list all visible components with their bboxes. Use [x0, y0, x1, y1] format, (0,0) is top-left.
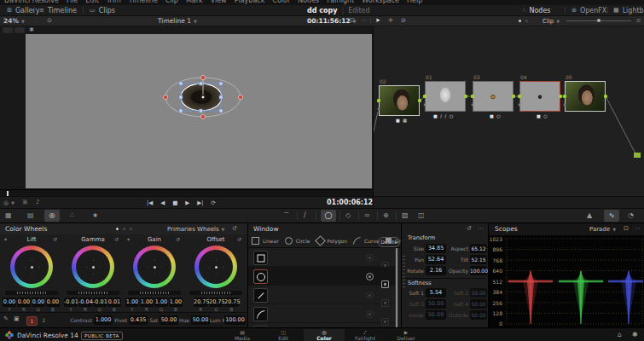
circle-tool-label[interactable]: Circle: [296, 238, 310, 244]
viewer-option-button[interactable]: [15, 27, 25, 33]
node-zoom-slider-handle[interactable]: [597, 19, 600, 22]
still-grab-icon[interactable]: ▣: [22, 199, 28, 205]
play-button[interactable]: ▶: [185, 199, 189, 206]
node-02-thumbnail[interactable]: [379, 85, 420, 116]
pivot-value[interactable]: 0.435: [129, 315, 148, 325]
openfx-panel-button[interactable]: ⊛ OpenFX: [571, 5, 606, 15]
lift-y-value[interactable]: 0.00: [3, 298, 16, 307]
lift-r-value[interactable]: 0.00: [17, 298, 31, 307]
window-row-polygon[interactable]: [248, 286, 395, 304]
gain-r-value[interactable]: 1.00: [140, 298, 154, 307]
gain-g-value[interactable]: 1.00: [154, 298, 168, 307]
node-zoom-reset-icon[interactable]: ⊙: [636, 17, 641, 23]
pencil-icon[interactable]: ✎: [3, 315, 9, 322]
viewer-timecode-select[interactable]: 00:11:56:12 ▼: [307, 16, 357, 26]
viewer-scrub-bar[interactable]: [0, 189, 373, 196]
soft3-value[interactable]: 50.00: [426, 299, 446, 309]
wheels-tab-2[interactable]: 2: [39, 316, 49, 324]
gamma-y-value[interactable]: -0.01: [64, 298, 78, 307]
power-window-overlay[interactable]: [26, 34, 372, 188]
tab-deliver[interactable]: ▶ Deliver: [386, 329, 426, 341]
viewer-option-button[interactable]: [3, 27, 13, 33]
soft2-value[interactable]: 50.00: [470, 288, 487, 298]
gain-master-wheel[interactable]: [128, 291, 181, 295]
gamma-master-wheel[interactable]: [67, 291, 119, 295]
window-active-indicator[interactable]: [366, 273, 374, 280]
timeline-button[interactable]: ≡ Timeline: [39, 5, 77, 15]
gain-reset-icon[interactable]: ↺: [176, 236, 180, 242]
soft1-value[interactable]: 5.54: [426, 288, 446, 298]
skip-start-button[interactable]: |◀: [147, 199, 153, 206]
window-row-curve[interactable]: [248, 304, 395, 323]
inside-value[interactable]: 50.00: [426, 310, 446, 320]
hue-value[interactable]: 50.00: [191, 315, 210, 325]
window-palette-icon[interactable]: ◯: [321, 210, 336, 222]
data-levels-icon[interactable]: ▲: [587, 211, 592, 219]
scope-more-icon[interactable]: ⋯: [635, 225, 641, 232]
gamma-wheel[interactable]: [72, 246, 114, 288]
menu-nodes[interactable]: Nodes: [298, 0, 319, 4]
rgb-mixer-palette-icon[interactable]: ∴: [70, 211, 74, 219]
lum-mix-value[interactable]: 100.00: [224, 315, 246, 325]
window-active-indicator[interactable]: [366, 254, 374, 262]
offset-wheel[interactable]: [194, 246, 237, 288]
color-wheels-palette-icon[interactable]: ◎: [44, 210, 60, 222]
viewer-mode-button[interactable]: ◎ ▼: [3, 197, 15, 208]
key-palette-icon[interactable]: ⊕: [383, 211, 389, 219]
lift-g-value[interactable]: 0.00: [32, 298, 45, 307]
wheels-page-dot-active[interactable]: [116, 228, 119, 230]
menu-timeline[interactable]: Timeline: [129, 0, 158, 4]
grab-tool-icon[interactable]: ✛: [388, 17, 393, 24]
more-options-icon[interactable]: ⋯: [361, 17, 367, 24]
auto-mode-icon[interactable]: ▣: [14, 315, 20, 322]
window-active-indicator[interactable]: [366, 310, 374, 318]
scope-expand-icon[interactable]: ⊡: [624, 225, 629, 232]
wheels-page-dot[interactable]: [123, 228, 125, 230]
gamma-b-value[interactable]: 0.01: [107, 298, 121, 307]
tab-color-active[interactable]: ◎ Color: [304, 329, 345, 341]
lift-wheel[interactable]: [10, 246, 53, 288]
rotate-value[interactable]: 2.16: [426, 266, 446, 275]
scope-mode-select[interactable]: Parade ▼: [589, 223, 616, 234]
lightbox-panel-button[interactable]: ▦ Lightbox: [613, 5, 644, 15]
linear-shape-icon[interactable]: [252, 237, 259, 245]
size-value[interactable]: 34.85: [426, 244, 446, 253]
lift-master-wheel[interactable]: [5, 291, 58, 295]
tab-edit[interactable]: ◫ Edit: [263, 329, 304, 341]
menu-workspace[interactable]: Workspace: [362, 0, 399, 4]
stop-button[interactable]: ■: [172, 199, 177, 206]
menu-trim[interactable]: Trim: [107, 0, 121, 4]
menu-app[interactable]: DaVinci Resolve: [4, 0, 59, 4]
circle-shape-icon[interactable]: [285, 237, 293, 245]
clips-button[interactable]: ▭ Clips: [90, 5, 115, 15]
clock-icon[interactable]: ◔: [628, 211, 634, 219]
linear-tool-label[interactable]: Linear: [263, 238, 279, 244]
menu-color[interactable]: Color: [272, 0, 290, 4]
aspect-value[interactable]: 65.12: [470, 244, 487, 253]
menu-mark[interactable]: Mark: [186, 0, 203, 4]
offset-b-value[interactable]: 20.75: [224, 298, 239, 307]
step-back-button[interactable]: ◀: [160, 199, 165, 206]
window-row-circle-selected[interactable]: [248, 267, 395, 286]
node-01-thumbnail[interactable]: [425, 81, 466, 112]
gain-wheel[interactable]: [133, 246, 176, 288]
camera-raw-palette-icon[interactable]: ▦: [5, 211, 12, 219]
node-editor[interactable]: 02 01 03 04 05 ■ ▦ ■ / / ○ ■ ○ ■ ○: [373, 26, 644, 196]
timeline-selector[interactable]: Timeline 1 ▼: [158, 16, 197, 26]
cursor-tool-icon[interactable]: ➤: [375, 17, 380, 24]
tracker-palette-icon[interactable]: ◇: [345, 211, 351, 219]
sat-value[interactable]: 50.00: [160, 315, 178, 325]
lift-b-value[interactable]: 0.00: [46, 298, 60, 307]
menu-fairlight[interactable]: Fairlight: [327, 0, 354, 4]
wheels-reset-icon[interactable]: ↺: [232, 225, 237, 232]
tab-fairlight[interactable]: ♪ Fairlight: [345, 329, 386, 341]
window-row-linear[interactable]: [248, 248, 395, 267]
gamma-reset-icon[interactable]: ↺: [114, 236, 119, 242]
node-view-mode-select[interactable]: Clip ▼: [542, 16, 560, 26]
viewer-zoom-select[interactable]: 24% ▼: [3, 16, 25, 26]
menu-view[interactable]: View: [211, 0, 227, 4]
lift-reset-icon[interactable]: ↺: [53, 236, 57, 242]
transform-more-icon[interactable]: ⋯: [478, 225, 484, 232]
tilt-value[interactable]: 52.15: [470, 255, 487, 264]
polygon-tool-label[interactable]: Polygon: [328, 238, 348, 244]
